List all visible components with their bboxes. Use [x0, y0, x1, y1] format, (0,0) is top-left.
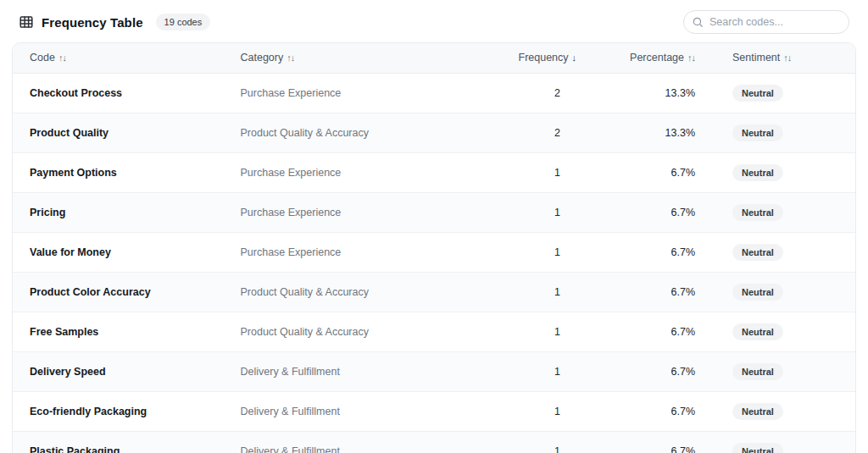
table-row: Product Quality Product Quality & Accura… [13, 113, 855, 152]
table-row: Payment Options Purchase Experience 1 6.… [13, 152, 855, 192]
frequency-cell: 1 [502, 192, 577, 232]
sort-icon: ↑↓ [58, 52, 66, 63]
table-row: Eco-friendly Packaging Delivery & Fulfil… [13, 391, 855, 431]
category-cell: Product Quality & Accuracy [224, 272, 502, 312]
code-cell: Value for Money [13, 232, 224, 272]
sentiment-badge: Neutral [732, 124, 783, 141]
table-row: Plastic Packaging Delivery & Fulfillment… [13, 431, 855, 453]
codes-count-badge: 19 codes [156, 14, 211, 30]
sentiment-cell: Neutral [712, 152, 855, 192]
sort-icon: ↑↓ [687, 52, 695, 63]
percentage-cell: 6.7% [577, 232, 712, 272]
sentiment-cell: Neutral [712, 431, 855, 453]
code-cell: Free Samples [13, 312, 224, 351]
frequency-table-card: Code↑↓ Category↑↓ Frequency↓ Percentage↑… [12, 42, 856, 453]
category-cell: Product Quality & Accuracy [224, 113, 502, 152]
percentage-cell: 6.7% [577, 192, 712, 232]
table-grid-icon [19, 14, 34, 30]
table-row: Delivery Speed Delivery & Fulfillment 1 … [13, 351, 855, 391]
sentiment-badge: Neutral [732, 403, 783, 420]
percentage-cell: 13.3% [577, 113, 712, 152]
category-cell: Delivery & Fulfillment [224, 391, 502, 431]
column-header-frequency[interactable]: Frequency↓ [502, 43, 577, 73]
code-cell: Checkout Process [13, 73, 224, 113]
percentage-cell: 6.7% [577, 431, 712, 453]
title-group: Frequency Table 19 codes [19, 14, 210, 30]
code-cell: Product Color Accuracy [13, 272, 224, 312]
table-row: Free Samples Product Quality & Accuracy … [13, 312, 855, 351]
column-header-percentage[interactable]: Percentage↑↓ [577, 43, 712, 73]
frequency-table: Code↑↓ Category↑↓ Frequency↓ Percentage↑… [13, 43, 855, 453]
table-row: Pricing Purchase Experience 1 6.7% Neutr… [13, 192, 855, 232]
search-box [683, 10, 849, 34]
category-cell: Purchase Experience [224, 152, 502, 192]
sentiment-badge: Neutral [732, 204, 783, 221]
frequency-cell: 1 [502, 312, 577, 351]
column-label: Category [241, 52, 284, 64]
sentiment-cell: Neutral [712, 192, 855, 232]
column-header-sentiment[interactable]: Sentiment↑↓ [712, 43, 855, 73]
sentiment-badge: Neutral [732, 85, 783, 102]
frequency-cell: 2 [502, 113, 577, 152]
column-label: Frequency [519, 52, 569, 64]
sort-icon: ↑↓ [783, 52, 791, 63]
code-cell: Eco-friendly Packaging [13, 391, 224, 431]
category-cell: Purchase Experience [224, 192, 502, 232]
category-cell: Delivery & Fulfillment [224, 351, 502, 391]
column-header-code[interactable]: Code↑↓ [13, 43, 224, 73]
frequency-cell: 1 [502, 431, 577, 453]
frequency-cell: 2 [502, 73, 577, 113]
category-cell: Purchase Experience [224, 73, 502, 113]
sentiment-cell: Neutral [712, 272, 855, 312]
frequency-cell: 1 [502, 232, 577, 272]
column-label: Percentage [630, 52, 684, 64]
top-bar: Frequency Table 19 codes [0, 0, 868, 42]
code-cell: Payment Options [13, 152, 224, 192]
frequency-cell: 1 [502, 272, 577, 312]
sort-desc-icon: ↓ [572, 52, 577, 63]
column-header-category[interactable]: Category↑↓ [224, 43, 502, 73]
column-label: Sentiment [732, 52, 780, 64]
frequency-cell: 1 [502, 391, 577, 431]
table-row: Checkout Process Purchase Experience 2 1… [13, 73, 855, 113]
percentage-cell: 6.7% [577, 272, 712, 312]
sentiment-cell: Neutral [712, 391, 855, 431]
frequency-cell: 1 [502, 351, 577, 391]
sentiment-cell: Neutral [712, 232, 855, 272]
sentiment-badge: Neutral [732, 443, 783, 453]
sentiment-badge: Neutral [732, 284, 783, 301]
sentiment-badge: Neutral [732, 363, 783, 380]
sentiment-badge: Neutral [732, 244, 783, 261]
percentage-cell: 6.7% [577, 351, 712, 391]
table-header-row: Code↑↓ Category↑↓ Frequency↓ Percentage↑… [13, 43, 855, 73]
frequency-cell: 1 [502, 152, 577, 192]
code-cell: Product Quality [13, 113, 224, 152]
percentage-cell: 6.7% [577, 312, 712, 351]
sentiment-badge: Neutral [732, 164, 783, 181]
sentiment-cell: Neutral [712, 113, 855, 152]
percentage-cell: 6.7% [577, 391, 712, 431]
code-cell: Plastic Packaging [13, 431, 224, 453]
column-label: Code [30, 52, 55, 64]
sentiment-cell: Neutral [712, 312, 855, 351]
code-cell: Delivery Speed [13, 351, 224, 391]
table-row: Value for Money Purchase Experience 1 6.… [13, 232, 855, 272]
category-cell: Delivery & Fulfillment [224, 431, 502, 453]
table-row: Product Color Accuracy Product Quality &… [13, 272, 855, 312]
sort-icon: ↑↓ [287, 52, 294, 63]
percentage-cell: 6.7% [577, 152, 712, 192]
percentage-cell: 13.3% [577, 73, 712, 113]
code-cell: Pricing [13, 192, 224, 232]
table-body: Checkout Process Purchase Experience 2 1… [13, 73, 855, 453]
sentiment-cell: Neutral [712, 351, 855, 391]
page-title: Frequency Table [42, 15, 143, 30]
search-input[interactable] [683, 10, 849, 34]
sentiment-cell: Neutral [712, 73, 855, 113]
category-cell: Product Quality & Accuracy [224, 312, 502, 351]
sentiment-badge: Neutral [732, 323, 783, 340]
category-cell: Purchase Experience [224, 232, 502, 272]
